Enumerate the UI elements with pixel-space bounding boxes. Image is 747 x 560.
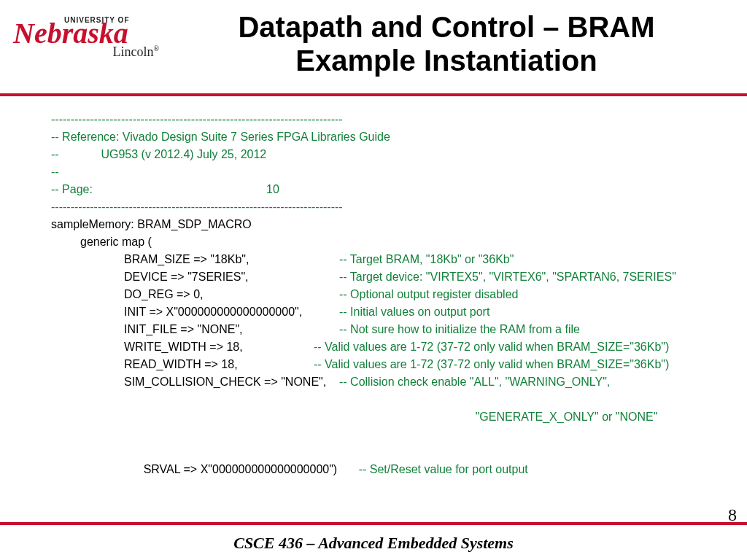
param-code: INIT_FILE => "NONE", [124,321,339,338]
generic-map-line: generic map ( [51,233,708,251]
param-row: DO_REG => 0,-- Optional output register … [51,286,708,303]
param-code: DEVICE => "7SERIES", [124,268,339,286]
param-code: READ_WIDTH => 18, [124,356,314,373]
param-comment: -- Valid values are 1-72 (37-72 only val… [314,358,669,370]
param-comment: -- Collision check enable "ALL", "WARNIN… [339,376,610,388]
reference-line: -- Reference: Vivado Design Suite 7 Seri… [51,128,708,146]
param-code: SIM_COLLISION_CHECK => "NONE", [124,373,339,391]
param-code: BRAM_SIZE => "18Kb", [124,251,339,268]
param-comment: -- Not sure how to initialize the RAM fr… [339,323,580,335]
top-divider [0,93,747,96]
page-number: 8 [728,505,737,525]
param-row: DEVICE => "7SERIES",-- Target device: "V… [51,268,708,286]
param-code: DO_REG => 0, [124,286,339,303]
param-row: BRAM_SIZE => "18Kb",-- Target BRAM, "18K… [51,251,708,268]
slide-title: Datapath and Control – BRAM Example Inst… [160,10,732,77]
dash-line: ----------------------------------------… [51,111,708,128]
footer-text: CSCE 436 – Advanced Embedded Systems [0,534,747,553]
ug-line: -- UG953 (v 2012.4) July 25, 2012 [51,146,708,163]
sim-collision-line2: "GENERATE_X_ONLY" or "NONE" [51,391,708,443]
param-row: READ_WIDTH => 18,-- Valid values are 1-7… [51,356,708,373]
university-logo: UNIVERSITY OF Nebraska Lincoln® [13,16,159,60]
param-row: SIM_COLLISION_CHECK => "NONE",-- Collisi… [51,373,708,391]
param-comment: -- Initial values on output port [339,306,489,318]
bottom-divider [0,522,747,525]
param-comment: -- Target BRAM, "18Kb" or "36Kb" [339,253,514,265]
param-code: WRITE_WIDTH => 18, [124,338,314,356]
param-comment: -- Valid values are 1-72 (37-72 only val… [314,341,669,353]
param-code: INIT => X"000000000000000000", [124,303,339,321]
param-row: INIT => X"000000000000000000",-- Initial… [51,303,708,321]
param-comment: -- Optional output register disabled [339,288,518,300]
sample-memory-line: sampleMemory: BRAM_SDP_MACRO [51,216,708,233]
logo-nebraska: Nebraska [13,21,159,46]
param-row: WRITE_WIDTH => 18,-- Valid values are 1-… [51,338,708,356]
srval-line: SRVAL => X"000000000000000000")-- Set/Re… [51,443,708,496]
page-line: -- Page:10 [51,181,708,198]
title-line-1: Datapath and Control – BRAM [238,11,654,43]
param-row: INIT_FILE => "NONE",-- Not sure how to i… [51,321,708,338]
title-line-2: Example Instantiation [295,44,597,77]
blank-comment: -- [51,163,708,181]
code-content: ----------------------------------------… [51,111,708,496]
slide: UNIVERSITY OF Nebraska Lincoln® Datapath… [0,0,747,560]
dash-line-2: ----------------------------------------… [51,198,708,216]
param-comment: -- Target device: "VIRTEX5", "VIRTEX6", … [339,271,676,283]
